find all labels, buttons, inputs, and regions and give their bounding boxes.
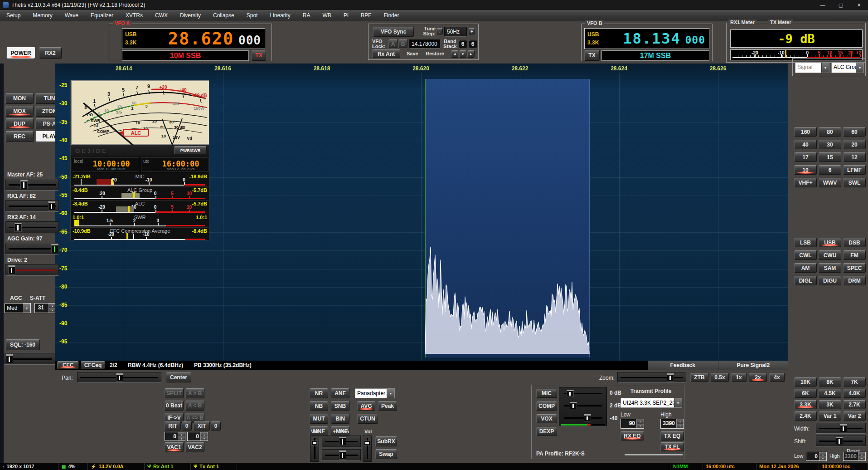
comp-button[interactable]: COMP — [536, 401, 557, 411]
dsp-nr[interactable]: NR — [310, 388, 328, 398]
chevron-down-icon[interactable] — [821, 63, 829, 73]
slider-thumb[interactable] — [570, 402, 577, 409]
ctun-button[interactable]: CTUN — [357, 414, 378, 424]
menu-item-spot[interactable]: Spot — [247, 12, 258, 19]
vfo-lock-a-button[interactable]: A — [388, 39, 398, 48]
button-rec[interactable]: REC — [5, 131, 34, 142]
slider-thumb[interactable] — [339, 450, 346, 460]
stepper-down-icon[interactable] — [49, 308, 56, 313]
filter-4-5k[interactable]: 4.5K — [819, 389, 841, 398]
band-vhf[interactable]: VHF+ — [794, 178, 817, 187]
mode-digu[interactable]: DIGU — [819, 276, 841, 285]
slider-thumb[interactable] — [116, 373, 123, 382]
slider-thumb[interactable] — [311, 441, 318, 446]
save-button[interactable]: Save — [407, 51, 418, 56]
menu-item-diversity[interactable]: Diversity — [180, 12, 201, 19]
filter-2-7k[interactable]: 2.7K — [843, 400, 866, 409]
mode-fm[interactable]: FM — [843, 250, 866, 260]
menu-item-setup[interactable]: Setup — [6, 12, 20, 19]
restore-button[interactable]: Restore — [426, 51, 444, 56]
feedback-button[interactable]: Feedback — [648, 361, 718, 370]
stepper-up-icon[interactable] — [49, 304, 56, 308]
rx2-button[interactable]: RX2 — [39, 47, 62, 59]
chevron-down-icon[interactable] — [387, 389, 394, 398]
filter-var-1[interactable]: Var 1 — [819, 411, 841, 421]
tx-meter-select[interactable]: ALC Group — [831, 62, 864, 73]
menu-item-wave[interactable]: Wave — [65, 12, 78, 19]
menu-item-linearity[interactable]: Linearity — [270, 12, 290, 19]
band-nav-down-icon[interactable]: ▼ — [459, 50, 466, 58]
band-60[interactable]: 60 — [843, 127, 866, 137]
dsp-anf[interactable]: ANF — [331, 388, 349, 398]
mode-spec[interactable]: SPEC — [843, 263, 866, 273]
button-mox[interactable]: MOX — [5, 106, 34, 117]
vfo-op-a-b[interactable]: A < B — [185, 401, 204, 411]
vfo-sync-button[interactable]: VFO Sync — [373, 27, 414, 37]
subrx-button[interactable]: SubRX — [375, 436, 397, 446]
mode-dsb[interactable]: DSB — [843, 238, 866, 247]
menu-item-collapse[interactable]: Collapse — [213, 12, 234, 19]
dsp-snb[interactable]: SNB — [331, 401, 349, 411]
slider-thumb[interactable] — [840, 424, 847, 432]
zoom-2x-button[interactable]: 2x — [749, 373, 767, 382]
band-80[interactable]: 80 — [819, 127, 841, 137]
dexp-button[interactable]: DEXP — [536, 427, 557, 436]
rx-pan-slider[interactable] — [322, 436, 361, 447]
slider-thumb[interactable] — [567, 390, 574, 397]
zoom-4x-button[interactable]: 4x — [769, 373, 785, 382]
menu-item-cwx[interactable]: CWX — [155, 12, 168, 19]
band-15[interactable]: 15 — [819, 152, 841, 162]
filter-8k[interactable]: 8K — [819, 377, 841, 387]
width-slider[interactable] — [816, 423, 866, 434]
peak-button[interactable]: Peak — [378, 401, 397, 411]
zoom-ztb-button[interactable]: ZTB — [690, 373, 708, 382]
rit-value[interactable]: 0 — [182, 421, 192, 431]
rx1-af-slider[interactable] — [5, 200, 59, 212]
slider-thumb[interactable] — [48, 201, 55, 211]
button-vac2[interactable]: VAC2 — [185, 442, 204, 452]
filter-3k[interactable]: 3K — [819, 400, 841, 409]
tune-step-minus-button[interactable]: - — [436, 28, 443, 34]
agc-select[interactable]: Med — [5, 303, 31, 313]
menu-item-ra[interactable]: RA — [303, 12, 310, 19]
swap-button[interactable]: Swap — [375, 449, 397, 459]
band-20[interactable]: 20 — [843, 140, 866, 149]
tx-high-stepper[interactable]: 3390 — [660, 419, 684, 429]
sub-pan-slider[interactable] — [322, 449, 361, 461]
xit-stepper[interactable]: 0 — [187, 432, 208, 441]
band-stack-2-button[interactable]: 6 — [469, 40, 477, 48]
dsp-bin[interactable]: BIN — [331, 414, 349, 424]
drive-slider[interactable] — [5, 264, 59, 276]
vox-button[interactable]: VOX — [536, 414, 557, 423]
band-6[interactable]: 6 — [819, 165, 841, 175]
filter-7k[interactable]: 7K — [843, 377, 866, 387]
button-vac1[interactable]: VAC1 — [165, 442, 184, 452]
rx1-meter-label[interactable]: RX1 Meter — [728, 20, 756, 25]
zoom-0-5x-button[interactable]: 0.5x — [711, 373, 729, 382]
button-mon[interactable]: MON — [5, 93, 34, 104]
filter-var-2[interactable]: Var 2 — [843, 411, 866, 421]
mode-usb[interactable]: USB — [819, 238, 841, 247]
mode-cwu[interactable]: CWU — [819, 250, 841, 260]
cfceq-tab[interactable]: CFCeq — [81, 361, 105, 369]
pwr-swr-button[interactable]: PWR/SWR — [174, 146, 207, 155]
comp-slider[interactable] — [561, 401, 605, 410]
vox-slider[interactable] — [561, 413, 605, 422]
master-af-slider[interactable] — [5, 179, 59, 191]
filter-6k[interactable]: 6K — [794, 389, 817, 398]
band-lfmf[interactable]: LFMF — [843, 165, 866, 175]
band-nav-next-icon[interactable]: ► — [467, 50, 475, 58]
pure-signal2-button[interactable]: Pure Signal2 — [718, 361, 789, 370]
menu-item-xvtrs[interactable]: XVTRs — [126, 12, 143, 19]
chevron-down-icon[interactable] — [674, 398, 682, 407]
slider-thumb[interactable] — [836, 437, 843, 445]
avg-button[interactable]: AVG — [357, 401, 375, 411]
rx-ant-button[interactable]: Rx Ant — [372, 49, 400, 58]
center-button[interactable]: Center — [166, 372, 191, 382]
vfo-op-a-b[interactable]: A > B — [185, 388, 204, 398]
button-dup[interactable]: DUP — [5, 118, 34, 129]
slider-thumb[interactable] — [584, 414, 591, 421]
mode-drm[interactable]: DRM — [843, 276, 866, 285]
slider-thumb[interactable] — [20, 180, 28, 189]
slider-thumb[interactable] — [51, 244, 58, 253]
